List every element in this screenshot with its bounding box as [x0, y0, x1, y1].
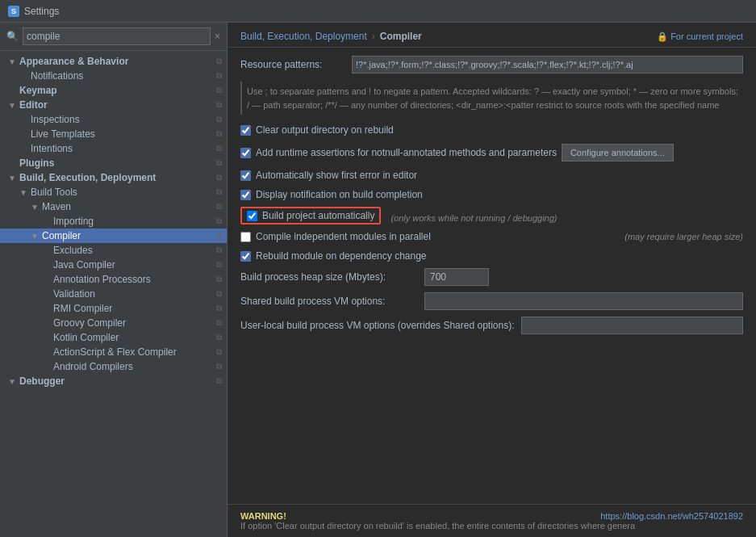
checkbox-label-add-runtime: Add runtime assertions for notnull-annot…: [256, 147, 557, 158]
breadcrumb-separator: ›: [372, 31, 375, 42]
field-input-shared-vm[interactable]: [424, 292, 743, 310]
side-note-build-auto: (only works while not running / debuggin…: [391, 213, 557, 223]
sidebar-item-build-tools[interactable]: ▼ Build Tools ⧉: [0, 185, 227, 199]
external-icon[interactable]: ⧉: [216, 100, 222, 110]
field-row-shared-vm: Shared build process VM options:: [240, 292, 743, 310]
checkbox-add-runtime[interactable]: [240, 148, 251, 158]
resource-patterns-input[interactable]: [352, 56, 743, 73]
sidebar-item-editor[interactable]: ▼ Editor ⧉: [0, 98, 227, 112]
sidebar-item-maven[interactable]: ▼ Maven ⧉: [0, 199, 227, 214]
sidebar-item-label: Inspections: [29, 114, 216, 125]
external-icon[interactable]: ⧉: [216, 347, 222, 357]
external-icon[interactable]: ⧉: [216, 304, 222, 313]
sidebar-item-inspections[interactable]: Inspections ⧉: [0, 112, 227, 127]
sidebar-item-android-compilers[interactable]: Android Compilers ⧉: [0, 359, 227, 374]
sidebar-item-label: Live Templates: [29, 128, 216, 140]
help-text: Use ; to separate patterns and ! to nega…: [240, 82, 743, 115]
checkbox-row-rebuild-dependency: Rebuild module on dependency change: [240, 249, 743, 263]
app-icon: S: [8, 6, 19, 17]
checkbox-label-clear-output: Clear output directory on rebuild: [256, 124, 394, 136]
sidebar-item-plugins[interactable]: Plugins ⧉: [0, 156, 227, 170]
external-icon[interactable]: ⧉: [216, 376, 222, 386]
sidebar-item-actionscript-flex[interactable]: ActionScript & Flex Compiler ⧉: [0, 345, 227, 359]
checkbox-highlight-wrapper: Build project automatically(only works w…: [240, 207, 743, 224]
external-icon[interactable]: ⧉: [216, 57, 222, 66]
content-panel: Build, Execution, Deployment › Compiler …: [228, 23, 756, 537]
external-icon[interactable]: ⧉: [216, 86, 222, 95]
external-icon[interactable]: ⧉: [216, 158, 222, 168]
sidebar-item-label: Excludes: [52, 245, 216, 256]
external-icon[interactable]: ⧉: [216, 173, 222, 182]
external-icon[interactable]: ⧉: [216, 289, 222, 299]
sidebar-item-label: Debugger: [18, 375, 216, 387]
field-label-shared-vm: Shared build process VM options:: [240, 296, 418, 307]
field-input-user-local-vm[interactable]: [521, 317, 744, 334]
checkbox-build-auto[interactable]: [247, 211, 257, 221]
external-icon[interactable]: ⧉: [216, 71, 222, 81]
checkbox-label-build-auto: Build project automatically: [262, 210, 374, 221]
checkbox-row-add-runtime: Add runtime assertions for notnull-annot…: [240, 142, 743, 163]
external-icon[interactable]: ⧉: [216, 144, 222, 153]
sidebar-item-keymap[interactable]: Keymap ⧉: [0, 83, 227, 98]
sidebar-item-debugger[interactable]: ▼ Debugger ⧉: [0, 374, 227, 388]
breadcrumb-path[interactable]: Build, Execution, Deployment: [240, 31, 367, 42]
external-icon[interactable]: ⧉: [216, 275, 222, 284]
settings-form: Resource patterns: Use ; to separate pat…: [228, 48, 756, 504]
field-input-heap-size[interactable]: [424, 268, 489, 286]
sidebar-item-label: Appearance & Behavior: [18, 56, 216, 67]
sidebar-item-compiler[interactable]: ▼ Compiler ⧉: [0, 229, 227, 243]
external-icon[interactable]: ⧉: [216, 231, 222, 241]
sidebar-item-label: ActionScript & Flex Compiler: [52, 346, 216, 358]
sidebar: 🔍 × ▼ Appearance & Behavior ⧉ Notificati…: [0, 23, 228, 537]
tree-arrow: ▼: [6, 377, 18, 386]
tree-arrow: ▼: [6, 57, 18, 66]
sidebar-item-kotlin-compiler[interactable]: Kotlin Compiler ⧉: [0, 330, 227, 345]
external-icon[interactable]: ⧉: [216, 202, 222, 212]
checkbox-rebuild-dependency[interactable]: [240, 251, 251, 262]
external-icon[interactable]: ⧉: [216, 362, 222, 371]
sidebar-item-live-templates[interactable]: Live Templates ⧉: [0, 127, 227, 141]
sidebar-item-annotation-processors[interactable]: Annotation Processors ⧉: [0, 272, 227, 287]
external-icon[interactable]: ⧉: [216, 115, 222, 124]
sidebar-item-rmi-compiler[interactable]: RMI Compiler ⧉: [0, 301, 227, 316]
field-row-user-local-vm: User-local build process VM options (ove…: [240, 317, 743, 334]
checkbox-clear-output[interactable]: [240, 125, 251, 136]
external-icon[interactable]: ⧉: [216, 333, 222, 342]
content-header: Build, Execution, Deployment › Compiler …: [228, 23, 756, 48]
sidebar-item-build-execution-deployment[interactable]: ▼ Build, Execution, Deployment ⧉: [0, 170, 227, 185]
fields-container: Build process heap size (Mbytes):Shared …: [240, 268, 743, 334]
sidebar-item-validation[interactable]: Validation ⧉: [0, 287, 227, 301]
sidebar-item-intentions[interactable]: Intentions ⧉: [0, 141, 227, 156]
checkbox-compile-parallel[interactable]: [240, 232, 251, 242]
configure-annotations-button[interactable]: Configure annotations...: [562, 144, 674, 162]
search-icon: 🔍: [6, 31, 19, 42]
warning-body: If option 'Clear output directory on reb…: [240, 521, 635, 531]
external-icon[interactable]: ⧉: [216, 216, 222, 226]
warning-label: WARNING!: [240, 511, 286, 521]
footer-link[interactable]: https://blog.csdn.net/wh2574021892: [600, 511, 743, 521]
field-row-heap-size: Build process heap size (Mbytes):: [240, 268, 743, 286]
sidebar-item-excludes[interactable]: Excludes ⧉: [0, 243, 227, 258]
for-current-project[interactable]: 🔒 For current project: [657, 31, 743, 42]
checkbox-row-display-notification: Display notification on build completion: [240, 187, 743, 202]
sidebar-item-java-compiler[interactable]: Java Compiler ⧉: [0, 258, 227, 272]
sidebar-item-label: Compiler: [40, 230, 216, 241]
sidebar-item-label: RMI Compiler: [52, 303, 216, 314]
checkbox-row-compile-parallel: Compile independent modules in parallel(…: [240, 229, 743, 244]
sidebar-item-notifications[interactable]: Notifications ⧉: [0, 69, 227, 83]
breadcrumb-current: Compiler: [380, 31, 422, 42]
sidebar-item-importing[interactable]: Importing ⧉: [0, 214, 227, 229]
checkbox-display-notification[interactable]: [240, 190, 251, 200]
external-icon[interactable]: ⧉: [216, 187, 222, 197]
external-icon[interactable]: ⧉: [216, 129, 222, 139]
sidebar-item-groovy-compiler[interactable]: Groovy Compiler ⧉: [0, 316, 227, 330]
external-icon[interactable]: ⧉: [216, 245, 222, 255]
tree-arrow: ▼: [18, 188, 29, 197]
external-icon[interactable]: ⧉: [216, 318, 222, 328]
search-clear-button[interactable]: ×: [215, 31, 220, 42]
search-input[interactable]: [23, 27, 211, 45]
sidebar-item-label: Keymap: [18, 85, 216, 96]
external-icon[interactable]: ⧉: [216, 260, 222, 270]
checkbox-show-first-error[interactable]: [240, 170, 251, 181]
sidebar-item-appearance-behavior[interactable]: ▼ Appearance & Behavior ⧉: [0, 54, 227, 69]
